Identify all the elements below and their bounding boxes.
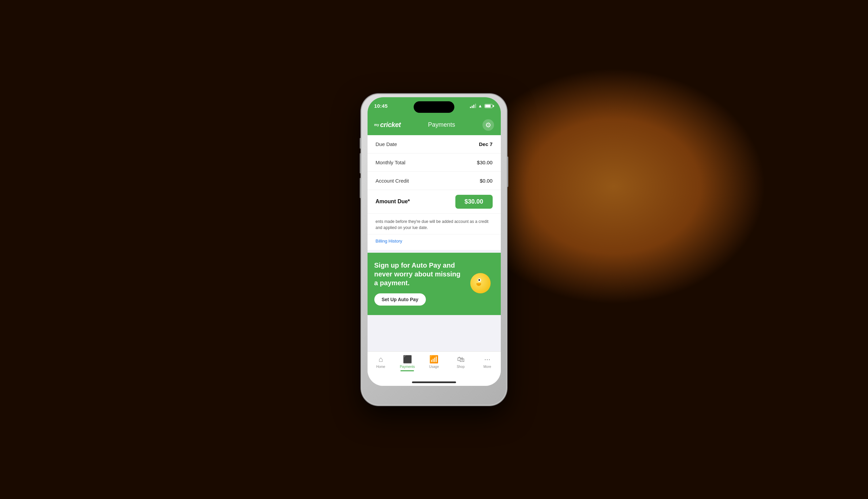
mascot-body bbox=[470, 273, 491, 293]
monthly-total-value: $30.00 bbox=[477, 160, 493, 165]
billing-history-link[interactable]: Billing History bbox=[376, 239, 403, 244]
due-date-label: Due Date bbox=[376, 141, 397, 147]
nav-label-home: Home bbox=[376, 365, 385, 368]
amount-due-label: Amount Due* bbox=[376, 198, 410, 205]
account-credit-value: $0.00 bbox=[480, 178, 493, 184]
payments-icon: ⬛ bbox=[403, 355, 412, 364]
nav-item-payments[interactable]: ⬛ Payments bbox=[394, 355, 421, 371]
due-date-value: Dec 7 bbox=[479, 141, 492, 147]
signal-icon bbox=[470, 104, 476, 108]
amount-due-box: $30.00 bbox=[455, 195, 493, 209]
nav-item-more[interactable]: ··· More bbox=[474, 355, 501, 368]
dynamic-island bbox=[414, 101, 454, 113]
status-time: 10:45 bbox=[374, 103, 388, 109]
account-credit-label: Account Credit bbox=[376, 178, 409, 184]
autopay-banner: Sign up for Auto Pay and never worry abo… bbox=[368, 253, 501, 315]
logo-text: cricket bbox=[380, 121, 401, 129]
logo-super: my bbox=[374, 123, 379, 127]
amount-due-row: Amount Due* $30.00 bbox=[368, 190, 501, 214]
billing-history-row: Billing History bbox=[368, 234, 501, 250]
usage-icon: 📶 bbox=[429, 355, 438, 364]
header-title: Payments bbox=[428, 121, 455, 129]
nav-item-usage[interactable]: 📶 Usage bbox=[421, 355, 448, 368]
status-bar: 10:45 ▲ bbox=[368, 97, 501, 115]
battery-icon bbox=[485, 104, 493, 108]
phone-screen: 10:45 ▲ my cricket Payments bbox=[368, 97, 501, 386]
scroll-content[interactable]: Due Date Dec 7 Monthly Total $30.00 Acco… bbox=[368, 135, 501, 351]
app-header: my cricket Payments ⚙ bbox=[368, 115, 501, 135]
home-icon: ⌂ bbox=[378, 355, 383, 364]
mascot-eye bbox=[478, 279, 481, 282]
autopay-button[interactable]: Set Up Auto Pay bbox=[374, 293, 426, 306]
nav-label-more: More bbox=[484, 365, 491, 368]
more-icon: ··· bbox=[484, 355, 490, 364]
notice-text: ents made before they're due will be add… bbox=[376, 219, 493, 231]
nav-label-payments: Payments bbox=[400, 365, 415, 368]
nav-item-shop[interactable]: 🛍 Shop bbox=[447, 355, 474, 368]
gear-icon: ⚙ bbox=[485, 121, 491, 129]
monthly-total-label: Monthly Total bbox=[376, 160, 405, 165]
shop-icon: 🛍 bbox=[457, 355, 464, 364]
status-icons: ▲ bbox=[470, 103, 493, 108]
autopay-title: Sign up for Auto Pay and never worry abo… bbox=[374, 261, 464, 287]
wifi-icon: ▲ bbox=[478, 103, 483, 108]
billing-card: Due Date Dec 7 Monthly Total $30.00 Acco… bbox=[368, 135, 501, 250]
account-credit-row: Account Credit $0.00 bbox=[368, 172, 501, 190]
due-date-row: Due Date Dec 7 bbox=[368, 135, 501, 154]
phone-shell: 10:45 ▲ my cricket Payments bbox=[361, 94, 507, 405]
monthly-total-row: Monthly Total $30.00 bbox=[368, 154, 501, 172]
nav-item-home[interactable]: ⌂ Home bbox=[368, 355, 394, 368]
nav-active-indicator bbox=[401, 370, 414, 371]
autopay-text-section: Sign up for Auto Pay and never worry abo… bbox=[374, 261, 464, 306]
home-bar bbox=[412, 381, 456, 383]
nav-label-shop: Shop bbox=[457, 365, 464, 368]
gear-button[interactable]: ⚙ bbox=[483, 119, 494, 131]
mascot-beak bbox=[476, 283, 481, 286]
bottom-nav: ⌂ Home ⬛ Payments 📶 Usage 🛍 Shop ··· Mor… bbox=[368, 351, 501, 379]
home-indicator bbox=[368, 379, 501, 386]
cricket-logo: my cricket bbox=[374, 121, 401, 129]
amount-due-value: $30.00 bbox=[464, 198, 483, 205]
nav-label-usage: Usage bbox=[429, 365, 439, 368]
autopay-mascot bbox=[467, 270, 494, 297]
notice-section: ents made before they're due will be add… bbox=[368, 214, 501, 234]
